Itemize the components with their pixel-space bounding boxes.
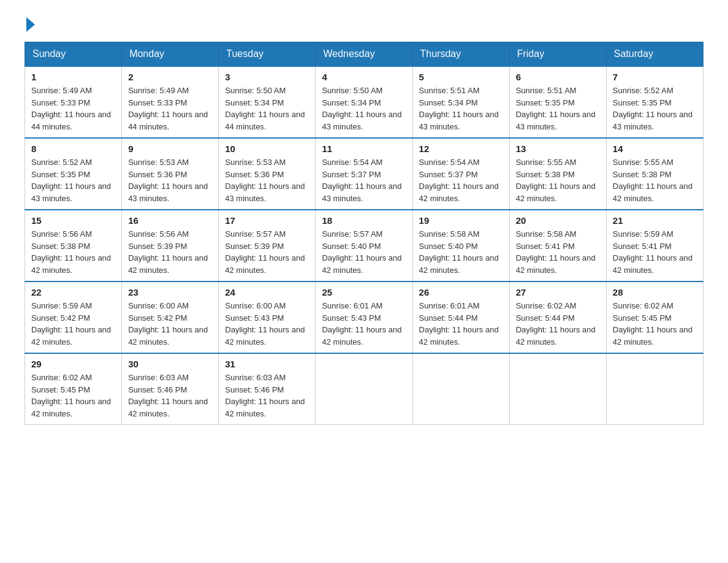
day-number: 26 [419,287,503,297]
day-number: 3 [225,72,309,82]
calendar-cell [509,353,606,425]
calendar-cell: 29 Sunrise: 6:02 AM Sunset: 5:45 PM Dayl… [25,353,122,425]
calendar-cell: 25 Sunrise: 6:01 AM Sunset: 5:43 PM Dayl… [316,282,412,353]
calendar-cell: 6 Sunrise: 5:51 AM Sunset: 5:35 PM Dayli… [509,66,606,138]
calendar-cell: 23 Sunrise: 6:00 AM Sunset: 5:42 PM Dayl… [122,282,219,353]
calendar-cell: 9 Sunrise: 5:53 AM Sunset: 5:36 PM Dayli… [122,138,219,210]
weekday-header-saturday: Saturday [606,42,703,67]
calendar-cell: 24 Sunrise: 6:00 AM Sunset: 5:43 PM Dayl… [219,282,316,353]
calendar-cell [316,353,412,425]
calendar-cell: 3 Sunrise: 5:50 AM Sunset: 5:34 PM Dayli… [219,66,316,138]
day-info: Sunrise: 5:53 AM Sunset: 5:36 PM Dayligh… [128,156,212,204]
day-info: Sunrise: 6:01 AM Sunset: 5:44 PM Dayligh… [419,300,503,348]
calendar-cell: 8 Sunrise: 5:52 AM Sunset: 5:35 PM Dayli… [25,138,122,210]
calendar-cell: 7 Sunrise: 5:52 AM Sunset: 5:35 PM Dayli… [606,66,703,138]
day-info: Sunrise: 5:51 AM Sunset: 5:34 PM Dayligh… [419,85,503,132]
calendar-header-row: SundayMondayTuesdayWednesdayThursdayFrid… [25,42,703,67]
day-info: Sunrise: 5:53 AM Sunset: 5:36 PM Dayligh… [225,156,309,204]
calendar-week-row: 29 Sunrise: 6:02 AM Sunset: 5:45 PM Dayl… [25,353,703,425]
day-info: Sunrise: 5:55 AM Sunset: 5:38 PM Dayligh… [516,156,600,204]
weekday-header-monday: Monday [122,42,219,67]
day-number: 4 [322,72,406,82]
day-info: Sunrise: 5:49 AM Sunset: 5:33 PM Dayligh… [31,85,115,132]
day-number: 19 [419,215,503,226]
day-info: Sunrise: 6:01 AM Sunset: 5:43 PM Dayligh… [322,300,406,348]
calendar-cell: 5 Sunrise: 5:51 AM Sunset: 5:34 PM Dayli… [412,66,509,138]
day-info: Sunrise: 5:52 AM Sunset: 5:35 PM Dayligh… [613,85,697,132]
day-number: 13 [516,144,600,154]
day-info: Sunrise: 5:50 AM Sunset: 5:34 PM Dayligh… [225,85,309,132]
day-number: 7 [613,72,697,82]
day-info: Sunrise: 5:59 AM Sunset: 5:42 PM Dayligh… [31,300,115,348]
calendar-cell: 13 Sunrise: 5:55 AM Sunset: 5:38 PM Dayl… [509,138,606,210]
weekday-header-thursday: Thursday [412,42,509,67]
calendar-cell: 11 Sunrise: 5:54 AM Sunset: 5:37 PM Dayl… [316,138,412,210]
calendar-cell: 20 Sunrise: 5:58 AM Sunset: 5:41 PM Dayl… [509,210,606,282]
calendar-cell: 12 Sunrise: 5:54 AM Sunset: 5:37 PM Dayl… [412,138,509,210]
calendar-week-row: 15 Sunrise: 5:56 AM Sunset: 5:38 PM Dayl… [25,210,703,282]
day-number: 17 [225,215,309,226]
calendar-cell: 2 Sunrise: 5:49 AM Sunset: 5:33 PM Dayli… [122,66,219,138]
day-info: Sunrise: 5:55 AM Sunset: 5:38 PM Dayligh… [613,156,697,204]
day-info: Sunrise: 5:58 AM Sunset: 5:40 PM Dayligh… [419,228,503,276]
day-number: 28 [613,287,697,297]
weekday-header-sunday: Sunday [25,42,122,67]
day-info: Sunrise: 5:52 AM Sunset: 5:35 PM Dayligh… [31,156,115,204]
day-info: Sunrise: 6:00 AM Sunset: 5:42 PM Dayligh… [128,300,212,348]
day-info: Sunrise: 6:03 AM Sunset: 5:46 PM Dayligh… [128,372,212,419]
calendar-cell: 22 Sunrise: 5:59 AM Sunset: 5:42 PM Dayl… [25,282,122,353]
day-number: 29 [31,359,115,369]
calendar-table: SundayMondayTuesdayWednesdayThursdayFrid… [25,42,703,425]
day-number: 21 [613,215,697,226]
calendar-week-row: 1 Sunrise: 5:49 AM Sunset: 5:33 PM Dayli… [25,66,703,138]
page-header [25,18,703,29]
logo-arrow-icon [26,17,35,32]
day-info: Sunrise: 5:59 AM Sunset: 5:41 PM Dayligh… [613,228,697,276]
day-number: 31 [225,359,309,369]
day-info: Sunrise: 5:49 AM Sunset: 5:33 PM Dayligh… [128,85,212,132]
calendar-cell: 31 Sunrise: 6:03 AM Sunset: 5:46 PM Dayl… [219,353,316,425]
day-number: 15 [31,215,115,226]
day-info: Sunrise: 6:03 AM Sunset: 5:46 PM Dayligh… [225,372,309,419]
day-number: 5 [419,72,503,82]
day-number: 27 [516,287,600,297]
day-number: 11 [322,144,406,154]
day-number: 6 [516,72,600,82]
day-number: 16 [128,215,212,226]
calendar-week-row: 8 Sunrise: 5:52 AM Sunset: 5:35 PM Dayli… [25,138,703,210]
day-number: 9 [128,144,212,154]
calendar-cell: 21 Sunrise: 5:59 AM Sunset: 5:41 PM Dayl… [606,210,703,282]
day-number: 2 [128,72,212,82]
calendar-cell: 26 Sunrise: 6:01 AM Sunset: 5:44 PM Dayl… [412,282,509,353]
day-number: 20 [516,215,600,226]
day-number: 14 [613,144,697,154]
day-info: Sunrise: 5:51 AM Sunset: 5:35 PM Dayligh… [516,85,600,132]
day-number: 23 [128,287,212,297]
logo [25,18,35,29]
calendar-cell [606,353,703,425]
weekday-header-friday: Friday [509,42,606,67]
weekday-header-tuesday: Tuesday [219,42,316,67]
calendar-cell: 15 Sunrise: 5:56 AM Sunset: 5:38 PM Dayl… [25,210,122,282]
day-number: 30 [128,359,212,369]
day-info: Sunrise: 5:56 AM Sunset: 5:39 PM Dayligh… [128,228,212,276]
calendar-cell: 28 Sunrise: 6:02 AM Sunset: 5:45 PM Dayl… [606,282,703,353]
day-info: Sunrise: 6:02 AM Sunset: 5:45 PM Dayligh… [31,372,115,419]
day-info: Sunrise: 6:02 AM Sunset: 5:45 PM Dayligh… [613,300,697,348]
day-info: Sunrise: 5:57 AM Sunset: 5:40 PM Dayligh… [322,228,406,276]
calendar-cell: 30 Sunrise: 6:03 AM Sunset: 5:46 PM Dayl… [122,353,219,425]
day-number: 24 [225,287,309,297]
day-info: Sunrise: 5:57 AM Sunset: 5:39 PM Dayligh… [225,228,309,276]
calendar-cell: 27 Sunrise: 6:02 AM Sunset: 5:44 PM Dayl… [509,282,606,353]
calendar-cell: 16 Sunrise: 5:56 AM Sunset: 5:39 PM Dayl… [122,210,219,282]
day-info: Sunrise: 6:02 AM Sunset: 5:44 PM Dayligh… [516,300,600,348]
day-number: 18 [322,215,406,226]
day-number: 1 [31,72,115,82]
calendar-cell: 10 Sunrise: 5:53 AM Sunset: 5:36 PM Dayl… [219,138,316,210]
day-info: Sunrise: 5:56 AM Sunset: 5:38 PM Dayligh… [31,228,115,276]
day-number: 22 [31,287,115,297]
calendar-cell: 17 Sunrise: 5:57 AM Sunset: 5:39 PM Dayl… [219,210,316,282]
day-info: Sunrise: 6:00 AM Sunset: 5:43 PM Dayligh… [225,300,309,348]
weekday-header-wednesday: Wednesday [316,42,412,67]
day-number: 12 [419,144,503,154]
